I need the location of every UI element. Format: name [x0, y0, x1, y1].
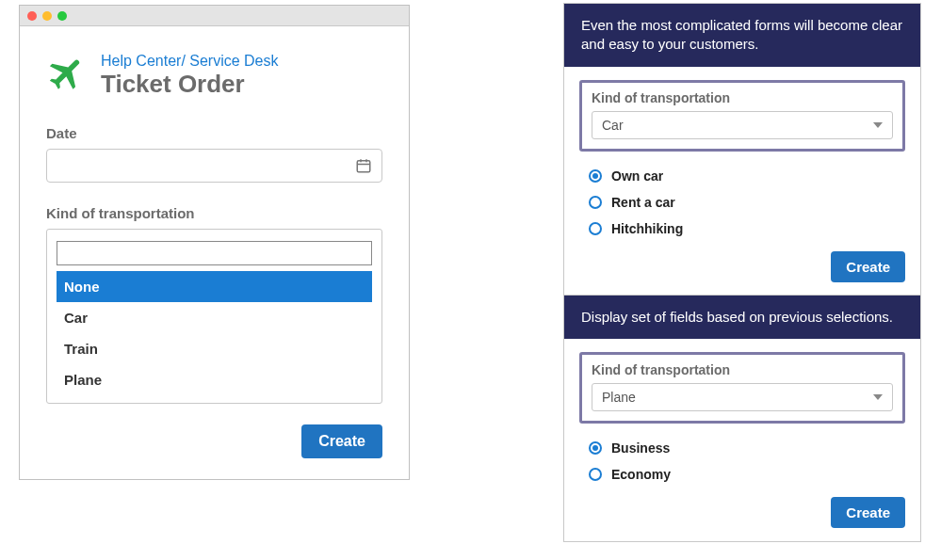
radio-icon — [589, 196, 602, 209]
dropdown-search-input[interactable] — [57, 241, 372, 265]
create-button[interactable]: Create — [301, 424, 382, 458]
radio-business[interactable]: Business — [589, 435, 905, 461]
chevron-down-icon — [873, 394, 883, 400]
radio-label: Economy — [611, 467, 671, 482]
transport-label: Kind of transportation — [592, 362, 893, 377]
radio-label: Business — [611, 440, 670, 456]
transport-select[interactable]: Car — [592, 111, 893, 139]
highlighted-field: Kind of transportation Plane — [579, 352, 905, 424]
transport-label: Kind of transportation — [46, 205, 382, 221]
highlighted-field: Kind of transportation Car — [579, 80, 905, 152]
calendar-icon[interactable] — [355, 157, 372, 174]
dropdown-option-plane[interactable]: Plane — [57, 364, 372, 395]
radio-icon — [589, 441, 602, 455]
transport-select[interactable]: Plane — [592, 383, 893, 411]
radio-icon — [589, 468, 602, 481]
transport-label: Kind of transportation — [592, 90, 893, 105]
transport-dropdown-open: None Car Train Plane — [46, 229, 382, 404]
date-input[interactable] — [46, 149, 382, 183]
radio-rent-car[interactable]: Rent a car — [589, 189, 905, 216]
create-button[interactable]: Create — [831, 251, 905, 282]
select-value: Plane — [602, 390, 636, 405]
card-headline: Display set of fields based on previous … — [564, 296, 920, 339]
breadcrumb[interactable]: Help Center/ Service Desk — [101, 53, 279, 70]
svg-rect-0 — [357, 161, 370, 172]
dropdown-option-train[interactable]: Train — [57, 333, 372, 364]
radio-label: Own car — [611, 168, 663, 184]
radio-hitchhiking[interactable]: Hitchhiking — [589, 216, 905, 242]
page-title: Ticket Order — [101, 70, 279, 99]
minimize-icon[interactable] — [42, 11, 52, 21]
create-button[interactable]: Create — [831, 497, 905, 528]
card-headline: Even the most complicated forms will bec… — [564, 4, 920, 67]
radio-label: Rent a car — [611, 195, 675, 210]
plane-icon — [46, 53, 88, 94]
maximize-icon[interactable] — [57, 11, 67, 21]
select-value: Car — [602, 118, 624, 133]
dropdown-option-car[interactable]: Car — [57, 302, 372, 333]
radio-label: Hitchhiking — [611, 221, 683, 236]
window-titlebar — [20, 6, 409, 26]
chevron-down-icon — [873, 122, 883, 128]
example-card-plane: Display set of fields based on previous … — [563, 295, 921, 542]
app-window: Help Center/ Service Desk Ticket Order D… — [19, 5, 410, 480]
dropdown-option-none[interactable]: None — [57, 271, 372, 302]
radio-own-car[interactable]: Own car — [589, 163, 905, 189]
radio-icon — [589, 169, 602, 183]
close-icon[interactable] — [27, 11, 37, 21]
radio-icon — [589, 222, 602, 235]
example-card-car: Even the most complicated forms will bec… — [563, 3, 921, 296]
radio-economy[interactable]: Economy — [589, 461, 905, 488]
date-label: Date — [46, 125, 382, 141]
